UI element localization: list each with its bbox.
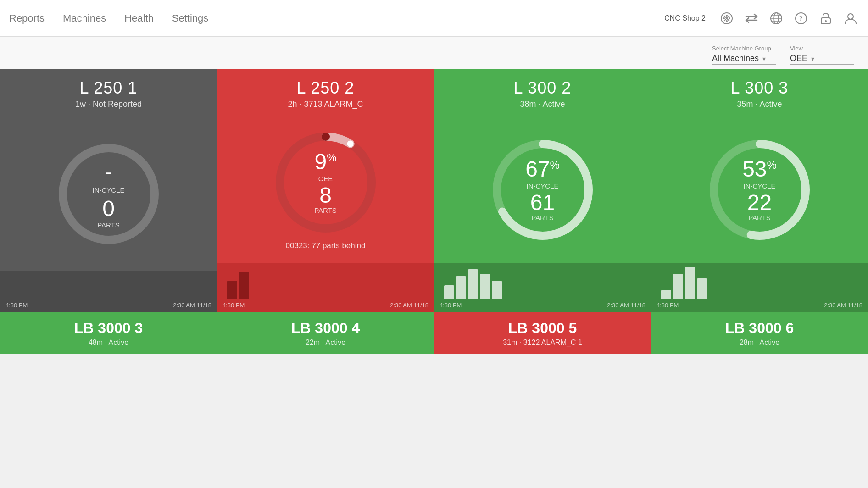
lock-icon[interactable] [818, 10, 834, 27]
globe-icon[interactable] [768, 10, 785, 27]
toolbar: Select Machine Group All Machines ▾ View… [0, 37, 868, 69]
nav-settings[interactable]: Settings [172, 11, 209, 26]
machine-status: 1w · Not Reported [7, 100, 210, 109]
svg-text:?: ? [799, 15, 802, 22]
svg-point-15 [825, 20, 827, 22]
nav-links: Reports Machines Health Settings [9, 11, 664, 26]
gauge-in-cycle-label: IN-CYCLE [92, 186, 124, 194]
nav-machines[interactable]: Machines [63, 11, 106, 26]
gauge: 67% IN-CYCLE 61 PARTS [488, 135, 598, 245]
bottom-card-lb-3000-6[interactable]: LB 3000 6 28m · Active [651, 312, 868, 354]
machine-card-l-300-2[interactable]: L 300 2 38m · Active 67% IN-CYCLE 61 PAR… [434, 69, 651, 312]
machine-status: 2h · 3713 ALARM_C [224, 100, 427, 109]
gauge-dash: - [92, 159, 124, 184]
bottom-row: LB 3000 3 48m · Active LB 3000 4 22m · A… [0, 312, 868, 354]
bottom-card-lb-3000-3[interactable]: LB 3000 3 48m · Active [0, 312, 217, 354]
machine-card-l-250-2[interactable]: L 250 2 2h · 3713 ALARM_C 9% OEE 8 PARTS… [217, 69, 434, 312]
machine-grid: L 250 1 1w · Not Reported - IN-CYCLE 0 P… [0, 69, 868, 312]
gauge-parts-value: 0 [92, 196, 124, 221]
bottom-card-name: LB 3000 5 [508, 320, 577, 337]
gauge-metric-label: OEE [314, 175, 337, 183]
top-nav: Reports Machines Health Settings CNC Sho… [0, 0, 868, 37]
view-label: View [790, 45, 803, 52]
question-icon[interactable]: ? [793, 10, 809, 27]
gauge: 53% IN-CYCLE 22 PARTS [705, 135, 815, 245]
gauge-parts-label: PARTS [525, 214, 560, 222]
nav-reports[interactable]: Reports [9, 11, 45, 26]
bottom-card-status: 28m · Active [740, 338, 779, 347]
machine-name: L 250 1 [7, 78, 210, 98]
gauge-metric-label: IN-CYCLE [525, 182, 560, 190]
machine-group-chevron: ▾ [762, 55, 766, 62]
machine-group-selector: Select Machine Group All Machines ▾ [712, 45, 776, 65]
machine-status: 35m · Active [658, 100, 861, 109]
time-end: 2:30 AM 11/18 [173, 302, 211, 309]
gauge-inner: 9% OEE 8 PARTS [314, 151, 337, 214]
bottom-card-lb-3000-5[interactable]: LB 3000 5 31m · 3122 ALARM_C 1 [434, 312, 651, 354]
view-value: OEE [790, 54, 807, 63]
gauge-parts-label: PARTS [314, 206, 337, 214]
svg-point-22 [347, 141, 353, 147]
svg-point-21 [322, 133, 330, 141]
gauge-parts-label: PARTS [92, 221, 124, 229]
app-title: CNC Shop 2 [664, 14, 706, 22]
gauge-inner: 53% IN-CYCLE 22 PARTS [742, 158, 777, 222]
time-end: 2:30 AM 11/18 [607, 302, 645, 309]
machine-status: 38m · Active [441, 100, 644, 109]
gauge-parts-value: 22 [742, 192, 777, 214]
svg-point-4 [726, 20, 728, 22]
time-start: 4:30 PM [657, 302, 679, 309]
time-start: 4:30 PM [6, 302, 28, 309]
bottom-card-name: LB 3000 4 [291, 320, 360, 337]
gauge-parts-label: PARTS [742, 214, 777, 222]
bottom-card-name: LB 3000 3 [74, 320, 143, 337]
svg-point-6 [729, 17, 730, 19]
gauge-parts-value: 61 [525, 192, 560, 214]
gauge-inner: - IN-CYCLE 0 PARTS [92, 159, 124, 229]
svg-point-5 [723, 17, 725, 19]
view-dropdown[interactable]: OEE ▾ [790, 54, 854, 65]
machine-name: L 250 2 [224, 78, 427, 98]
machine-group-dropdown[interactable]: All Machines ▾ [712, 54, 776, 65]
gauge: 9% OEE 8 PARTS [271, 128, 381, 238]
time-start: 4:30 PM [440, 302, 462, 309]
bottom-card-status: 22m · Active [306, 338, 345, 347]
top-right-actions: CNC Shop 2 [664, 10, 859, 27]
nav-health[interactable]: Health [124, 11, 154, 26]
user-icon[interactable] [842, 10, 859, 27]
machine-name: L 300 3 [658, 78, 861, 98]
gauge: - IN-CYCLE 0 PARTS [54, 139, 164, 249]
svg-point-3 [726, 15, 728, 17]
bottom-card-status: 31m · 3122 ALARM_C 1 [503, 338, 582, 347]
cross-icon[interactable] [718, 10, 735, 27]
bottom-card-name: LB 3000 6 [725, 320, 794, 337]
time-end: 2:30 AM 11/18 [824, 302, 862, 309]
machine-card-l-250-1[interactable]: L 250 1 1w · Not Reported - IN-CYCLE 0 P… [0, 69, 217, 312]
machine-name: L 300 2 [441, 78, 644, 98]
view-selector: View OEE ▾ [790, 45, 854, 65]
gauge-percent: 9% [314, 151, 337, 173]
gauge-metric-label: IN-CYCLE [742, 182, 777, 190]
time-start: 4:30 PM [223, 302, 245, 309]
gauge-percent: 53% [742, 158, 777, 180]
view-chevron: ▾ [811, 55, 814, 62]
behind-message: 00323: 77 parts behind [286, 238, 366, 252]
time-end: 2:30 AM 11/18 [390, 302, 428, 309]
bottom-card-lb-3000-4[interactable]: LB 3000 4 22m · Active [217, 312, 434, 354]
machine-group-value: All Machines [712, 54, 759, 63]
machine-card-l-300-3[interactable]: L 300 3 35m · Active 53% IN-CYCLE 22 PAR… [651, 69, 868, 312]
bottom-card-status: 48m · Active [89, 338, 128, 347]
gauge-inner: 67% IN-CYCLE 61 PARTS [525, 158, 560, 222]
arrows-icon[interactable] [743, 10, 760, 27]
gauge-percent: 67% [525, 158, 560, 180]
svg-point-16 [848, 14, 853, 19]
gauge-parts-value: 8 [314, 184, 337, 206]
machine-group-label: Select Machine Group [712, 45, 771, 52]
